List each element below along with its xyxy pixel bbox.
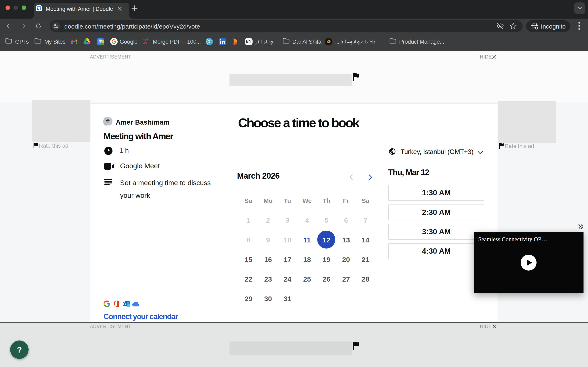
svg-text:PDF: PDF [143, 38, 148, 41]
svg-text:19: 19 [99, 40, 102, 43]
svg-text:24: 24 [143, 41, 147, 44]
